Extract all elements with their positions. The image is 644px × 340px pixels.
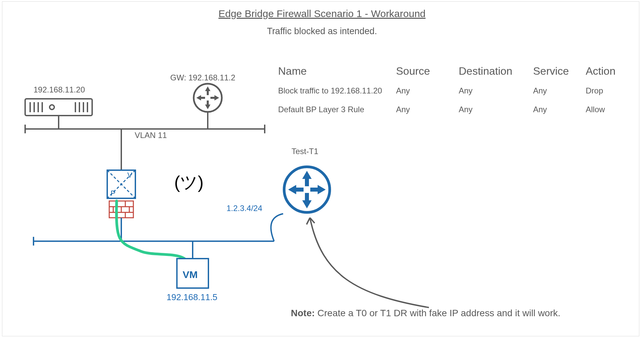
cell-name: Default BP Layer 3 Rule xyxy=(278,102,395,120)
cell-source: Any xyxy=(396,102,458,120)
cell-action: Allow xyxy=(586,102,623,120)
smiley-face: (ツ) xyxy=(174,171,204,194)
cell-service: Any xyxy=(533,83,585,101)
note-body: Create a T0 or T1 DR with fake IP addres… xyxy=(315,308,561,318)
firewall-rules-table: Name Source Destination Service Action B… xyxy=(277,64,623,121)
th-destination: Destination xyxy=(459,65,532,83)
diagram-title: Edge Bridge Firewall Scenario 1 - Workar… xyxy=(0,8,644,19)
note-prefix: Note: xyxy=(291,308,315,318)
cell-action: Drop xyxy=(586,83,623,101)
cell-service: Any xyxy=(533,102,585,120)
table-row: Default BP Layer 3 RuleAnyAnyAnyAllow xyxy=(278,102,623,120)
gateway-label: GW: 192.168.11.2 xyxy=(170,73,235,82)
server-ip-label: 192.168.11.20 xyxy=(34,85,85,94)
table-header-row: Name Source Destination Service Action xyxy=(278,65,623,83)
diagram-subtitle: Traffic blocked as intended. xyxy=(0,26,644,37)
th-source: Source xyxy=(396,65,458,83)
th-name: Name xyxy=(278,65,395,83)
table-row: Block traffic to 192.168.11.20AnyAnyAnyD… xyxy=(278,83,623,101)
vlan-label: VLAN 11 xyxy=(135,131,167,140)
th-action: Action xyxy=(586,65,623,83)
cell-destination: Any xyxy=(459,102,532,120)
th-service: Service xyxy=(533,65,585,83)
cell-source: Any xyxy=(396,83,458,101)
fake-ip-label: 1.2.3.4/24 xyxy=(227,204,262,213)
t1-router-label: Test-T1 xyxy=(292,147,318,156)
note-text: Note: Create a T0 or T1 DR with fake IP … xyxy=(291,308,561,319)
diagram-frame xyxy=(2,1,639,336)
cell-name: Block traffic to 192.168.11.20 xyxy=(278,83,395,101)
vm-ip-label: 192.168.11.5 xyxy=(167,292,217,302)
cell-destination: Any xyxy=(459,83,532,101)
